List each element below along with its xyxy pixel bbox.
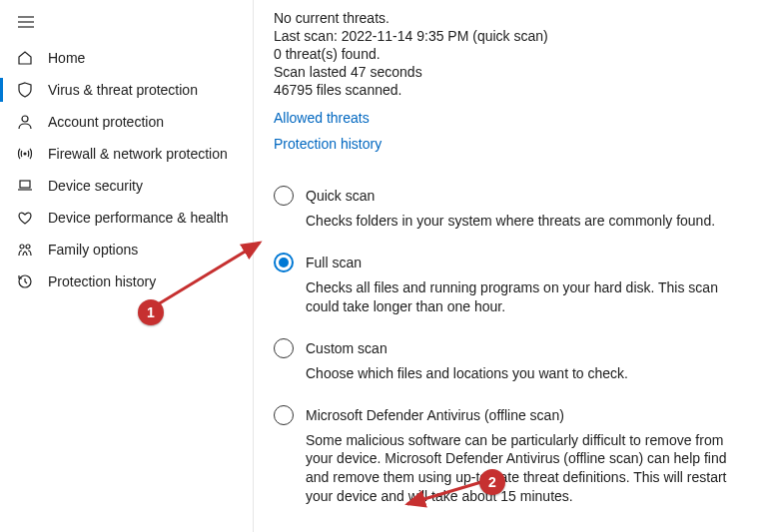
option-title: Quick scan: [306, 188, 375, 204]
sidebar-item-performance[interactable]: Device performance & health: [0, 202, 253, 234]
hamburger-button[interactable]: [6, 8, 46, 36]
option-description: Checks all files and running programs on…: [306, 278, 735, 316]
sidebar-item-history[interactable]: Protection history: [0, 266, 253, 297]
sidebar-item-label: Virus & threat protection: [48, 82, 198, 98]
option-title: Custom scan: [306, 340, 387, 356]
radio-custom-scan[interactable]: Custom scan: [274, 338, 747, 358]
annotation-badge-2: 2: [479, 469, 505, 495]
radio-icon: [274, 338, 294, 358]
option-custom-scan: Custom scan Choose which files and locat…: [274, 338, 747, 383]
radio-quick-scan[interactable]: Quick scan: [274, 186, 747, 206]
radio-offline-scan[interactable]: Microsoft Defender Antivirus (offline sc…: [274, 405, 747, 425]
option-full-scan: Full scan Checks all files and running p…: [274, 253, 747, 316]
svg-point-3: [22, 116, 28, 122]
sidebar: Home Virus & threat protection Account p…: [0, 0, 254, 532]
sidebar-item-label: Device security: [48, 178, 143, 194]
sidebar-item-label: Device performance & health: [48, 210, 229, 226]
main-content: No current threats. Last scan: 2022-11-1…: [254, 0, 767, 532]
option-description: Checks folders in your system where thre…: [306, 212, 735, 231]
shield-icon: [16, 81, 34, 99]
option-title: Full scan: [306, 255, 362, 270]
protection-history-link[interactable]: Protection history: [274, 136, 747, 152]
sidebar-item-virus-threat[interactable]: Virus & threat protection: [0, 74, 253, 106]
status-line: No current threats.: [274, 10, 747, 26]
status-line: 0 threat(s) found.: [274, 46, 747, 62]
option-description: Choose which files and locations you wan…: [306, 364, 735, 383]
option-description: Some malicious software can be particula…: [306, 431, 735, 507]
option-title: Microsoft Defender Antivirus (offline sc…: [306, 407, 564, 423]
home-icon: [16, 49, 34, 67]
hamburger-icon: [18, 16, 34, 28]
allowed-threats-link[interactable]: Allowed threats: [274, 110, 370, 126]
sidebar-item-label: Family options: [48, 242, 138, 258]
sidebar-item-home[interactable]: Home: [0, 42, 253, 74]
radio-icon: [274, 253, 294, 272]
sidebar-item-firewall[interactable]: Firewall & network protection: [0, 138, 253, 170]
threat-status: No current threats. Last scan: 2022-11-1…: [274, 10, 747, 98]
annotation-badge-1: 1: [138, 299, 164, 325]
svg-rect-5: [20, 181, 30, 188]
radio-icon: [274, 405, 294, 425]
radio-full-scan[interactable]: Full scan: [274, 253, 747, 272]
option-offline-scan: Microsoft Defender Antivirus (offline sc…: [274, 405, 747, 507]
sidebar-item-account[interactable]: Account protection: [0, 106, 253, 138]
sidebar-item-family[interactable]: Family options: [0, 234, 253, 266]
sidebar-item-label: Firewall & network protection: [48, 146, 228, 162]
sidebar-item-label: Account protection: [48, 114, 164, 130]
antenna-icon: [16, 145, 34, 163]
heart-icon: [16, 209, 34, 227]
history-icon: [16, 272, 34, 290]
svg-point-4: [24, 153, 26, 155]
laptop-icon: [16, 177, 34, 195]
sidebar-item-device-security[interactable]: Device security: [0, 170, 253, 202]
status-line: Last scan: 2022-11-14 9:35 PM (quick sca…: [274, 28, 747, 44]
radio-icon: [274, 186, 294, 206]
svg-point-7: [26, 245, 30, 249]
sidebar-item-label: Home: [48, 50, 85, 66]
family-icon: [16, 241, 34, 259]
option-quick-scan: Quick scan Checks folders in your system…: [274, 186, 747, 231]
svg-point-6: [20, 245, 24, 249]
sidebar-item-label: Protection history: [48, 273, 156, 289]
status-line: Scan lasted 47 seconds: [274, 64, 747, 80]
status-line: 46795 files scanned.: [274, 82, 747, 98]
account-icon: [16, 113, 34, 131]
